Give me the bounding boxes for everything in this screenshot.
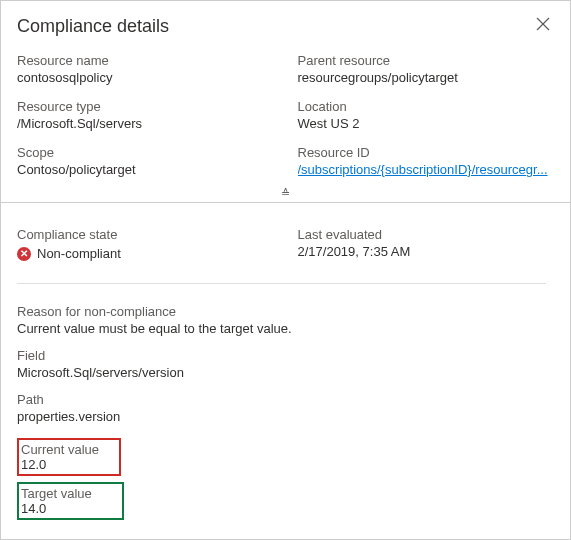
target-value-box: Target value 14.0: [17, 482, 124, 520]
label-resource-id: Resource ID: [298, 145, 555, 160]
current-value-box: Current value 12.0: [17, 438, 121, 476]
label-current-value: Current value: [21, 442, 99, 457]
field-compliance-state: Compliance state ✕ Non-compliant: [17, 227, 274, 261]
label-resource-name: Resource name: [17, 53, 274, 68]
value-target-value: 14.0: [21, 501, 92, 516]
value-scope: Contoso/policytarget: [17, 162, 274, 177]
value-last-evaluated: 2/17/2019, 7:35 AM: [298, 244, 555, 259]
field-scope: Scope Contoso/policytarget: [17, 145, 274, 177]
label-resource-type: Resource type: [17, 99, 274, 114]
label-location: Location: [298, 99, 555, 114]
label-reason: Reason for non-compliance: [17, 304, 554, 319]
label-compliance-state: Compliance state: [17, 227, 274, 242]
field-location: Location West US 2: [298, 99, 555, 131]
field-resource-type: Resource type /Microsoft.Sql/servers: [17, 99, 274, 131]
value-resource-type: /Microsoft.Sql/servers: [17, 116, 274, 131]
chevron-up-icon: ≙: [281, 187, 290, 199]
close-button[interactable]: [532, 13, 554, 39]
field-resource-name: Resource name contososqlpolicy: [17, 53, 274, 85]
field-parent-resource: Parent resource resourcegroups/policytar…: [298, 53, 555, 85]
collapse-toggle[interactable]: ≙: [1, 185, 570, 203]
value-reason: Current value must be equal to the targe…: [17, 321, 554, 336]
label-path: Path: [17, 392, 554, 407]
value-field: Microsoft.Sql/servers/version: [17, 365, 554, 380]
label-parent-resource: Parent resource: [298, 53, 555, 68]
label-scope: Scope: [17, 145, 274, 160]
value-resource-name: contososqlpolicy: [17, 70, 274, 85]
field-last-evaluated: Last evaluated 2/17/2019, 7:35 AM: [298, 227, 555, 261]
panel-title: Compliance details: [17, 16, 169, 37]
label-target-value: Target value: [21, 486, 92, 501]
close-icon: [536, 17, 550, 31]
value-current-value: 12.0: [21, 457, 99, 472]
value-location: West US 2: [298, 116, 555, 131]
link-resource-id[interactable]: /subscriptions/{subscriptionID}/resource…: [298, 162, 548, 177]
value-compliance-state: Non-compliant: [37, 246, 121, 261]
value-parent-resource: resourcegroups/policytarget: [298, 70, 555, 85]
label-field: Field: [17, 348, 554, 363]
label-last-evaluated: Last evaluated: [298, 227, 555, 242]
field-resource-id: Resource ID /subscriptions/{subscription…: [298, 145, 555, 177]
value-path: properties.version: [17, 409, 554, 424]
error-icon: ✕: [17, 247, 31, 261]
